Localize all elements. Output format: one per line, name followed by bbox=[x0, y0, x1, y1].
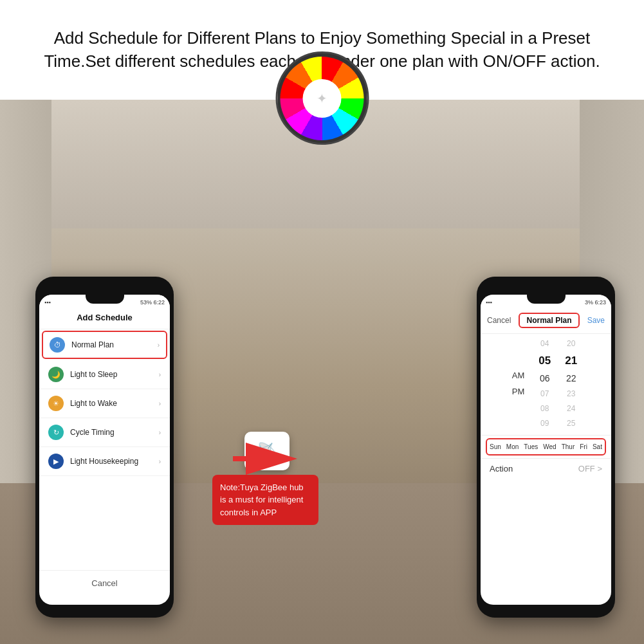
time-picker: AM PM 04 05 06 07 08 09 20 21 22 23 24 2… bbox=[481, 334, 611, 434]
schedule-item-light-wake[interactable]: ☀ Light to Wake › bbox=[39, 389, 170, 418]
pm-option[interactable]: PM bbox=[510, 383, 528, 400]
min-21[interactable]: 21 bbox=[560, 351, 582, 371]
cancel-button[interactable]: Cancel bbox=[39, 570, 170, 596]
cycle-timing-label: Cycle Timing bbox=[70, 428, 159, 437]
right-signal-icon: ▪▪▪ bbox=[486, 299, 492, 306]
right-phone: ▪▪▪ 3% 6:23 Cancel Normal Plan Save AM P… bbox=[477, 277, 615, 618]
save-button[interactable]: Save bbox=[587, 316, 605, 325]
day-fri[interactable]: Fri bbox=[578, 442, 589, 452]
sun-icon: ☀ bbox=[48, 396, 64, 411]
day-sun[interactable]: Sun bbox=[488, 442, 503, 452]
moon-icon: 🌙 bbox=[48, 367, 64, 382]
hour-09[interactable]: 09 bbox=[535, 416, 554, 431]
schedule-header: Add Schedule bbox=[39, 309, 170, 329]
day-wed[interactable]: Wed bbox=[541, 442, 558, 452]
hour-08[interactable]: 08 bbox=[535, 401, 554, 416]
min-23[interactable]: 23 bbox=[562, 387, 580, 401]
day-tues[interactable]: Tues bbox=[522, 442, 540, 452]
chevron-right-icon: › bbox=[159, 458, 161, 465]
left-battery: 53% 6:22 bbox=[140, 299, 165, 306]
led-product-circle: ✦ bbox=[275, 51, 369, 145]
hour-04[interactable]: 04 bbox=[535, 336, 554, 351]
minutes-column: 20 21 22 23 24 25 bbox=[560, 336, 582, 431]
min-24[interactable]: 24 bbox=[562, 401, 580, 416]
min-20[interactable]: 20 bbox=[562, 336, 580, 351]
schedule-list: ⏱ Normal Plan › 🌙 Light to Sleep › ☀ Lig… bbox=[39, 329, 170, 570]
note-text: Note:Tuya ZigBee hub is a must for intel… bbox=[220, 483, 304, 517]
schedule-item-light-housekeeping[interactable]: ▶ Light Housekeeping › bbox=[39, 447, 170, 476]
light-housekeeping-label: Light Housekeeping bbox=[70, 457, 159, 466]
day-sat[interactable]: Sat bbox=[591, 442, 604, 452]
chevron-right-icon: › bbox=[158, 342, 160, 349]
chevron-right-icon: › bbox=[159, 371, 161, 378]
am-option[interactable]: AM bbox=[510, 367, 528, 383]
arrow-right bbox=[233, 443, 310, 475]
note-box: Note:Tuya ZigBee hub is a must for intel… bbox=[212, 475, 318, 526]
schedule-item-cycle-timing[interactable]: ↻ Cycle Timing › bbox=[39, 418, 170, 447]
right-phone-header: Cancel Normal Plan Save bbox=[481, 309, 611, 334]
chevron-right-icon: › bbox=[159, 400, 161, 407]
days-row: Sun Mon Tues Wed Thur Fri Sat bbox=[486, 438, 606, 455]
plan-title: Normal Plan bbox=[519, 313, 579, 328]
left-phone-notch bbox=[86, 295, 124, 304]
min-25[interactable]: 25 bbox=[562, 416, 580, 431]
ampm-column: AM PM bbox=[510, 367, 528, 400]
right-cancel-button[interactable]: Cancel bbox=[487, 316, 511, 325]
normal-plan-label: Normal Plan bbox=[71, 340, 158, 349]
right-phone-notch bbox=[527, 295, 566, 304]
right-battery: 3% 6:23 bbox=[585, 299, 606, 306]
hour-07[interactable]: 07 bbox=[535, 387, 554, 401]
housekeeping-icon: ▶ bbox=[48, 454, 64, 469]
day-thur[interactable]: Thur bbox=[560, 442, 577, 452]
chevron-right-icon: › bbox=[159, 429, 161, 436]
clock-icon: ⏱ bbox=[50, 337, 65, 353]
left-phone: ▪▪▪ 53% 6:22 Add Schedule ⏱ Normal Plan … bbox=[35, 277, 174, 618]
product-center: ✦ bbox=[303, 79, 342, 118]
right-phone-screen: ▪▪▪ 3% 6:23 Cancel Normal Plan Save AM P… bbox=[481, 295, 611, 605]
left-signal-icon: ▪▪▪ bbox=[44, 299, 51, 306]
hour-05[interactable]: 05 bbox=[533, 351, 556, 371]
time-divider bbox=[481, 435, 611, 436]
light-wake-label: Light to Wake bbox=[70, 399, 159, 408]
star-icon: ✦ bbox=[317, 91, 327, 106]
led-strip-coil: ✦ bbox=[281, 57, 364, 140]
action-value[interactable]: OFF > bbox=[578, 464, 602, 474]
hours-column: 04 05 06 07 08 09 bbox=[533, 336, 556, 431]
hour-06[interactable]: 06 bbox=[535, 371, 555, 387]
light-sleep-label: Light to Sleep bbox=[70, 370, 159, 379]
schedule-item-normal-plan[interactable]: ⏱ Normal Plan › bbox=[42, 331, 167, 359]
schedule-item-light-sleep[interactable]: 🌙 Light to Sleep › bbox=[39, 360, 170, 389]
left-phone-screen: ▪▪▪ 53% 6:22 Add Schedule ⏱ Normal Plan … bbox=[39, 295, 170, 605]
day-mon[interactable]: Mon bbox=[504, 442, 520, 452]
cycle-icon: ↻ bbox=[48, 425, 64, 440]
action-label: Action bbox=[490, 464, 513, 474]
action-row: Action OFF > bbox=[481, 458, 611, 479]
min-22[interactable]: 22 bbox=[561, 371, 582, 387]
